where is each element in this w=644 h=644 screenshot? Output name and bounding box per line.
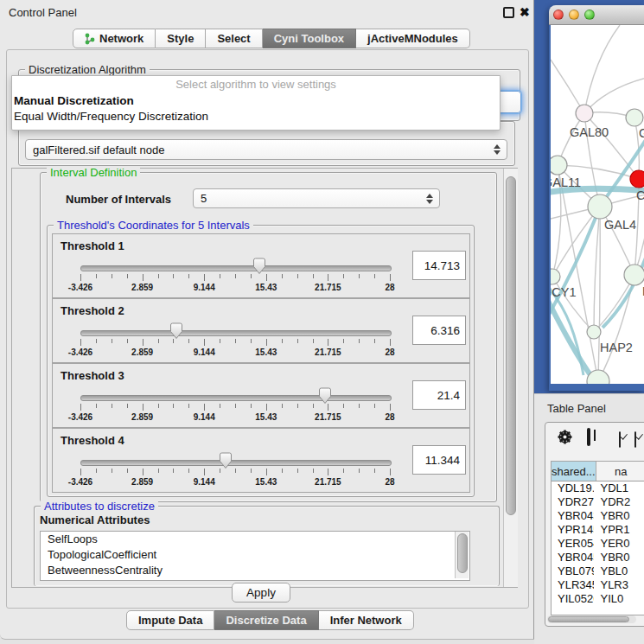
slider-tick — [220, 274, 220, 278]
table-data-combo[interactable]: galFiltered.sif default node — [25, 139, 507, 160]
top-tab-bar: NetworkStyleSelectCyni ToolboxjActiveMNo… — [73, 29, 470, 48]
tab-network[interactable]: Network — [73, 29, 156, 48]
apply-button[interactable]: Apply — [232, 583, 290, 603]
slider-tick — [143, 339, 143, 346]
slider-tick — [80, 469, 81, 475]
threshold-slider-track[interactable] — [80, 265, 392, 271]
table-panel-region: Table Panel s — [534, 393, 644, 644]
float-window-icon[interactable] — [503, 7, 514, 18]
network-edge[interactable] — [584, 77, 644, 113]
slider-tick — [127, 339, 128, 343]
network-canvas[interactable]: GAL80GACGAL11GAL4GCY1HHAP2 — [551, 25, 644, 384]
slider-tick — [173, 404, 174, 408]
slider-tick — [374, 469, 375, 473]
threshold-value-field[interactable] — [412, 251, 466, 280]
table-row[interactable]: YER054CYER0 — [552, 537, 644, 551]
attribute-list-item[interactable]: BetweennessCentrality — [41, 563, 469, 578]
slider-tick-label: 2.859 — [131, 283, 153, 292]
slider-tick — [251, 404, 252, 408]
attribute-list-item[interactable]: TopologicalCoefficient — [41, 547, 469, 563]
tab-cyni-toolbox[interactable]: Cyni Toolbox — [263, 29, 356, 48]
tab-jactivemnodules[interactable]: jActiveMNodules — [356, 29, 470, 48]
tab-select[interactable]: Select — [206, 29, 262, 48]
table-row[interactable]: YBL079WYBL0 — [552, 564, 644, 578]
combo-spinner-icon — [426, 194, 433, 204]
network-node-H-node[interactable] — [624, 265, 644, 285]
popup-item-equal-width[interactable]: Equal Width/Frequency Discretization — [12, 109, 500, 124]
network-node-GAL-right[interactable] — [626, 109, 643, 126]
threshold-slider-track[interactable] — [80, 395, 392, 401]
table-row[interactable]: YDL19...YDL1 — [552, 481, 644, 495]
network-node-GAL4[interactable] — [588, 194, 612, 219]
attributes-scrollbar[interactable] — [455, 532, 469, 578]
column-header-name[interactable]: na — [596, 462, 644, 481]
slider-tick — [251, 339, 252, 343]
slider-tick-label: 21.715 — [315, 412, 341, 422]
zoom-traffic-light-icon[interactable] — [584, 10, 595, 20]
threshold-value-field[interactable] — [412, 380, 466, 410]
viewport-scrollbar[interactable] — [503, 169, 518, 587]
threshold-slider-handle[interactable] — [169, 322, 183, 343]
network-view-window: GAL80GACGAL11GAL4GCY1HHAP2 — [549, 5, 644, 391]
checkbox-checked-icon[interactable] — [634, 431, 636, 448]
table-row[interactable]: YBR043CYBR0 — [552, 509, 644, 523]
split-pane-icon[interactable] — [587, 428, 590, 446]
checkbox-checked-icon[interactable] — [619, 431, 621, 448]
popup-item-manual-discretization[interactable]: Manual Discretization — [12, 93, 500, 109]
network-edge[interactable] — [594, 207, 600, 332]
threshold-slider-track[interactable] — [80, 330, 392, 336]
threshold-value-field[interactable] — [412, 316, 466, 345]
threshold-slider-track[interactable] — [80, 460, 392, 466]
tab-style[interactable]: Style — [156, 29, 206, 48]
slider-tick — [204, 339, 205, 346]
table-horizontal-scrollbar[interactable] — [547, 615, 636, 623]
network-node-HAP2[interactable] — [587, 325, 601, 339]
slider-tick — [143, 469, 143, 475]
slider-tick — [220, 339, 220, 343]
network-edge[interactable] — [584, 25, 620, 113]
table-cell: YDL1 — [594, 481, 644, 495]
threshold-slider-handle[interactable] — [252, 258, 266, 278]
network-edge[interactable] — [551, 60, 584, 113]
network-node-GAL11[interactable] — [551, 156, 567, 175]
column-header-shared-name[interactable]: shared... — [552, 462, 596, 481]
network-edge[interactable] — [598, 207, 600, 381]
slider-tick — [80, 404, 81, 411]
table-row[interactable]: YLR345WYLR3 — [552, 578, 644, 592]
network-node-red-node[interactable] — [630, 170, 644, 188]
bottom-tab-label: Impute Data — [138, 614, 202, 627]
slider-tick — [297, 339, 298, 343]
bottom-tab-infer-network[interactable]: Infer Network — [319, 610, 414, 630]
threshold-slider-handle[interactable] — [219, 452, 233, 473]
table-cell: YPR145W — [552, 523, 594, 537]
slider-tick — [374, 274, 375, 278]
table-row[interactable]: YDR27...YDR2 — [552, 495, 644, 509]
threshold-value-field[interactable] — [412, 445, 466, 475]
num-intervals-combo[interactable]: 5 — [193, 188, 440, 208]
slider-tick-label: 2.859 — [131, 477, 153, 487]
table-row[interactable]: YPR145WYPR1 — [552, 523, 644, 537]
slider-tick-label: 21.715 — [315, 477, 341, 487]
slider-tick-label: 28 — [385, 412, 394, 422]
slider-tick — [328, 469, 328, 475]
slider-tick-label: 9.144 — [194, 412, 215, 422]
table-row[interactable]: YBR045CYBR0 — [552, 551, 644, 564]
bottom-tab-impute-data[interactable]: Impute Data — [126, 610, 214, 630]
attributes-group: Attributes to discretize Numerical Attri… — [34, 506, 500, 586]
bottom-tab-label: Infer Network — [330, 614, 402, 627]
slider-tick — [112, 274, 112, 278]
network-node-GAL80[interactable] — [576, 105, 593, 122]
attribute-list-item[interactable]: SelfLoops — [41, 532, 469, 547]
gear-icon[interactable] — [558, 430, 572, 448]
close-icon[interactable]: ✖ — [520, 7, 530, 17]
slider-tick-label: 15.43 — [255, 348, 277, 357]
table-row[interactable]: YIL052CYIL0 — [552, 592, 644, 606]
table-cell: YIL052C — [552, 592, 594, 606]
close-traffic-light-icon[interactable] — [553, 10, 564, 20]
bottom-tab-discretize-data[interactable]: Discretize Data — [214, 610, 318, 630]
minimize-traffic-light-icon[interactable] — [569, 10, 579, 20]
slider-tick — [343, 274, 344, 278]
network-node-GCY1[interactable] — [551, 269, 560, 284]
network-window-titlebar[interactable] — [549, 5, 644, 25]
threshold-slider-handle[interactable] — [318, 387, 332, 408]
